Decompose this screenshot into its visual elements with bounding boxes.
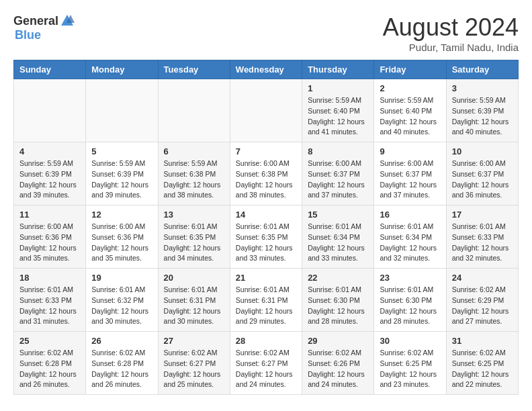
day-number: 28: [236, 336, 296, 346]
calendar-day-cell: 23Sunrise: 6:01 AM Sunset: 6:30 PM Dayli…: [374, 269, 446, 332]
day-number: 15: [308, 210, 368, 220]
calendar-day-cell: 27Sunrise: 6:02 AM Sunset: 6:27 PM Dayli…: [158, 332, 230, 395]
day-number: 19: [91, 273, 152, 283]
day-number: 31: [452, 336, 513, 346]
weekday-header-wednesday: Wednesday: [230, 60, 302, 79]
day-info: Sunrise: 5:59 AM Sunset: 6:40 PM Dayligh…: [380, 95, 440, 138]
day-number: 4: [19, 146, 80, 156]
day-number: 20: [164, 273, 224, 283]
page-header: General Blue August 2024 Pudur, Tamil Na…: [13, 13, 519, 53]
calendar-day-cell: 10Sunrise: 6:00 AM Sunset: 6:37 PM Dayli…: [446, 142, 518, 205]
calendar-day-cell: 29Sunrise: 6:02 AM Sunset: 6:26 PM Dayli…: [302, 332, 374, 395]
day-info: Sunrise: 6:01 AM Sunset: 6:33 PM Dayligh…: [19, 285, 80, 327]
day-number: 21: [236, 273, 296, 283]
calendar-day-cell: 6Sunrise: 5:59 AM Sunset: 6:38 PM Daylig…: [158, 142, 230, 205]
day-number: 8: [308, 146, 368, 156]
empty-cell: [86, 79, 158, 142]
day-info: Sunrise: 6:02 AM Sunset: 6:27 PM Dayligh…: [236, 348, 296, 390]
calendar-day-cell: 26Sunrise: 6:02 AM Sunset: 6:28 PM Dayli…: [86, 332, 158, 395]
calendar-day-cell: 15Sunrise: 6:01 AM Sunset: 6:34 PM Dayli…: [302, 205, 374, 269]
location-subtitle: Pudur, Tamil Nadu, India: [383, 42, 519, 53]
calendar-day-cell: 1Sunrise: 5:59 AM Sunset: 6:40 PM Daylig…: [302, 79, 374, 142]
calendar-day-cell: 21Sunrise: 6:01 AM Sunset: 6:31 PM Dayli…: [230, 269, 302, 332]
day-number: 14: [236, 210, 296, 220]
day-number: 1: [308, 83, 368, 93]
calendar-day-cell: 19Sunrise: 6:01 AM Sunset: 6:32 PM Dayli…: [86, 269, 158, 332]
calendar-week-row: 11Sunrise: 6:00 AM Sunset: 6:36 PM Dayli…: [14, 205, 519, 269]
calendar-day-cell: 17Sunrise: 6:01 AM Sunset: 6:33 PM Dayli…: [446, 205, 518, 269]
day-number: 17: [452, 210, 513, 220]
weekday-header-thursday: Thursday: [302, 60, 374, 79]
calendar-day-cell: 28Sunrise: 6:02 AM Sunset: 6:27 PM Dayli…: [230, 332, 302, 395]
calendar-day-cell: 22Sunrise: 6:01 AM Sunset: 6:30 PM Dayli…: [302, 269, 374, 332]
empty-cell: [158, 79, 230, 142]
day-info: Sunrise: 6:01 AM Sunset: 6:30 PM Dayligh…: [308, 285, 368, 327]
calendar-day-cell: 11Sunrise: 6:00 AM Sunset: 6:36 PM Dayli…: [14, 205, 86, 269]
day-number: 13: [164, 210, 224, 220]
logo-blue-text: Blue: [15, 28, 41, 42]
day-info: Sunrise: 5:59 AM Sunset: 6:38 PM Dayligh…: [164, 158, 224, 201]
title-section: August 2024 Pudur, Tamil Nadu, India: [383, 13, 519, 53]
calendar-day-cell: 3Sunrise: 5:59 AM Sunset: 6:39 PM Daylig…: [446, 79, 518, 142]
day-number: 7: [236, 146, 296, 156]
day-number: 5: [91, 146, 152, 156]
day-info: Sunrise: 6:02 AM Sunset: 6:27 PM Dayligh…: [164, 348, 224, 390]
calendar-day-cell: 2Sunrise: 5:59 AM Sunset: 6:40 PM Daylig…: [374, 79, 446, 142]
calendar-day-cell: 16Sunrise: 6:01 AM Sunset: 6:34 PM Dayli…: [374, 205, 446, 269]
day-info: Sunrise: 6:01 AM Sunset: 6:35 PM Dayligh…: [236, 222, 296, 264]
weekday-header-row: SundayMondayTuesdayWednesdayThursdayFrid…: [14, 60, 519, 79]
day-number: 26: [91, 336, 152, 346]
calendar-day-cell: 7Sunrise: 6:00 AM Sunset: 6:38 PM Daylig…: [230, 142, 302, 205]
day-number: 16: [380, 210, 440, 220]
day-info: Sunrise: 6:00 AM Sunset: 6:37 PM Dayligh…: [308, 158, 368, 201]
day-info: Sunrise: 6:00 AM Sunset: 6:36 PM Dayligh…: [91, 222, 152, 264]
day-info: Sunrise: 6:02 AM Sunset: 6:25 PM Dayligh…: [380, 348, 440, 390]
day-number: 23: [380, 273, 440, 283]
weekday-header-tuesday: Tuesday: [158, 60, 230, 79]
calendar-day-cell: 12Sunrise: 6:00 AM Sunset: 6:36 PM Dayli…: [86, 205, 158, 269]
day-info: Sunrise: 6:01 AM Sunset: 6:34 PM Dayligh…: [308, 222, 368, 264]
day-info: Sunrise: 6:01 AM Sunset: 6:34 PM Dayligh…: [380, 222, 440, 264]
calendar-day-cell: 5Sunrise: 5:59 AM Sunset: 6:39 PM Daylig…: [86, 142, 158, 205]
day-info: Sunrise: 5:59 AM Sunset: 6:40 PM Dayligh…: [308, 95, 368, 138]
day-info: Sunrise: 6:01 AM Sunset: 6:35 PM Dayligh…: [164, 222, 224, 264]
weekday-header-sunday: Sunday: [14, 60, 86, 79]
calendar-day-cell: 9Sunrise: 6:00 AM Sunset: 6:37 PM Daylig…: [374, 142, 446, 205]
day-number: 24: [452, 273, 513, 283]
calendar-day-cell: 14Sunrise: 6:01 AM Sunset: 6:35 PM Dayli…: [230, 205, 302, 269]
day-number: 11: [19, 210, 80, 220]
day-info: Sunrise: 6:00 AM Sunset: 6:36 PM Dayligh…: [19, 222, 80, 264]
calendar-day-cell: 4Sunrise: 5:59 AM Sunset: 6:39 PM Daylig…: [14, 142, 86, 205]
calendar-day-cell: 24Sunrise: 6:02 AM Sunset: 6:29 PM Dayli…: [446, 269, 518, 332]
day-info: Sunrise: 5:59 AM Sunset: 6:39 PM Dayligh…: [452, 95, 513, 138]
day-info: Sunrise: 6:01 AM Sunset: 6:31 PM Dayligh…: [164, 285, 224, 327]
calendar-week-row: 4Sunrise: 5:59 AM Sunset: 6:39 PM Daylig…: [14, 142, 519, 205]
day-info: Sunrise: 6:01 AM Sunset: 6:30 PM Dayligh…: [380, 285, 440, 327]
day-info: Sunrise: 6:02 AM Sunset: 6:28 PM Dayligh…: [91, 348, 152, 390]
calendar-table: SundayMondayTuesdayWednesdayThursdayFrid…: [13, 60, 519, 395]
calendar-day-cell: 20Sunrise: 6:01 AM Sunset: 6:31 PM Dayli…: [158, 269, 230, 332]
calendar-day-cell: 25Sunrise: 6:02 AM Sunset: 6:28 PM Dayli…: [14, 332, 86, 395]
calendar-week-row: 25Sunrise: 6:02 AM Sunset: 6:28 PM Dayli…: [14, 332, 519, 395]
day-info: Sunrise: 6:00 AM Sunset: 6:38 PM Dayligh…: [236, 158, 296, 201]
day-info: Sunrise: 6:00 AM Sunset: 6:37 PM Dayligh…: [452, 158, 513, 201]
day-number: 29: [308, 336, 368, 346]
day-number: 10: [452, 146, 513, 156]
empty-cell: [14, 79, 86, 142]
logo: General Blue: [13, 13, 76, 42]
calendar-day-cell: 8Sunrise: 6:00 AM Sunset: 6:37 PM Daylig…: [302, 142, 374, 205]
day-info: Sunrise: 6:00 AM Sunset: 6:37 PM Dayligh…: [380, 158, 440, 201]
calendar-day-cell: 13Sunrise: 6:01 AM Sunset: 6:35 PM Dayli…: [158, 205, 230, 269]
day-number: 27: [164, 336, 224, 346]
day-number: 30: [380, 336, 440, 346]
calendar-day-cell: 31Sunrise: 6:02 AM Sunset: 6:25 PM Dayli…: [446, 332, 518, 395]
calendar-week-row: 18Sunrise: 6:01 AM Sunset: 6:33 PM Dayli…: [14, 269, 519, 332]
day-number: 25: [19, 336, 80, 346]
weekday-header-saturday: Saturday: [446, 60, 518, 79]
day-number: 12: [91, 210, 152, 220]
day-info: Sunrise: 6:02 AM Sunset: 6:28 PM Dayligh…: [19, 348, 80, 390]
weekday-header-friday: Friday: [374, 60, 446, 79]
day-info: Sunrise: 6:02 AM Sunset: 6:25 PM Dayligh…: [452, 348, 513, 390]
day-info: Sunrise: 6:02 AM Sunset: 6:29 PM Dayligh…: [452, 285, 513, 327]
day-number: 6: [164, 146, 224, 156]
